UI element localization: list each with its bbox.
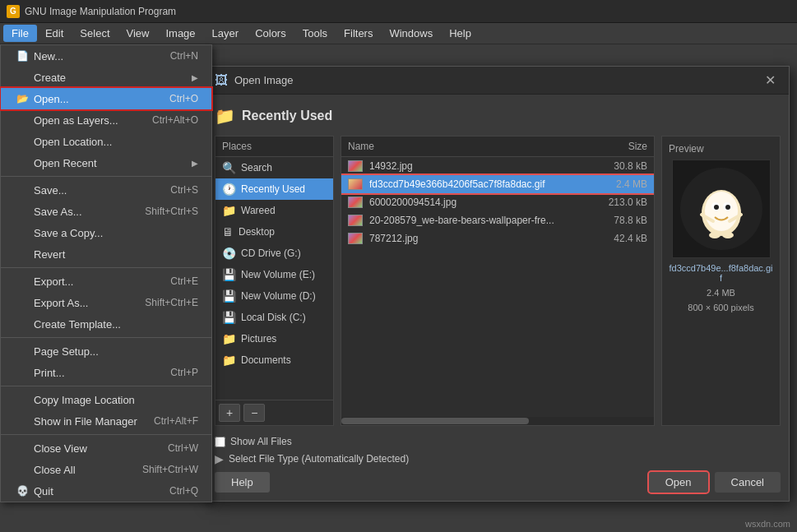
menu-item-export-as[interactable]: Export As... Shift+Ctrl+E [1,292,211,313]
menu-file[interactable]: File [3,25,37,42]
preview-filesize: 2.4 MB [707,288,735,298]
file-item-14932[interactable]: 14932.jpg 30.8 kB [341,157,654,175]
file-item-787212[interactable]: 787212.jpg 42.4 kB [341,229,654,247]
menu-item-close-view[interactable]: Close View Ctrl+W [1,437,211,459]
show-all-files-checkbox[interactable] [215,437,225,447]
recently-used-folder-icon: 📁 [215,106,235,126]
place-volume-d[interactable]: 💾 New Volume (D:) [215,285,333,307]
file-icon-787212 [348,233,363,244]
menu-image[interactable]: Image [157,25,203,42]
place-documents-label: Documents [241,354,291,366]
remove-place-button[interactable]: − [243,404,265,422]
file-manager-icon [14,414,30,428]
print-icon [14,366,30,379]
place-wareed-label: Wareed [241,205,276,216]
menu-item-revert[interactable]: Revert [1,243,211,265]
menu-item-export[interactable]: Export... Ctrl+E [1,271,211,292]
menu-item-open[interactable]: 📂 Open... Ctrl+O [1,88,211,109]
desktop-icon: 🖥 [222,225,234,238]
menu-select[interactable]: Select [72,25,118,42]
file-item-6000[interactable]: 6000200094514.jpg 213.0 kB [341,193,654,211]
menu-item-show-manager[interactable]: Show in File Manager Ctrl+Alt+F [1,410,211,432]
place-cd-drive[interactable]: 💿 CD Drive (G:) [215,243,333,264]
export-as-icon [14,296,30,309]
app-icon: G [7,5,20,18]
open-button[interactable]: Open [649,472,708,493]
cd-drive-icon: 💿 [222,247,236,260]
menu-item-open-as-layers[interactable]: Open as Layers... Ctrl+Alt+O [1,109,211,131]
file-name-787212: 787212.jpg [369,233,577,244]
file-size-6000: 213.0 kB [582,197,647,208]
dialog-options: Show All Files ▶ Select File Type (Autom… [215,433,781,465]
save-copy-icon [14,226,30,239]
menu-view[interactable]: View [118,25,158,42]
close-view-icon [14,442,30,455]
app-title: GNU Image Manipulation Program [25,6,176,17]
dialog-titlebar: 🖼 Open Image ✕ [206,67,789,95]
menu-item-quit[interactable]: 💀 Quit Ctrl+Q [1,480,211,502]
file-type-label: Select File Type (Automatically Detected… [229,453,409,465]
file-size-14932: 30.8 kB [582,160,647,172]
dialog-icon: 🖼 [215,73,228,88]
file-type-expand-icon[interactable]: ▶ [215,452,224,465]
menu-item-close-all[interactable]: Close All Shift+Ctrl+W [1,459,211,480]
pictures-icon: 📁 [222,332,236,345]
recently-used-title: Recently Used [242,109,332,123]
place-search[interactable]: 🔍 Search [215,157,333,178]
place-local-disk[interactable]: 💾 Local Disk (C:) [215,307,333,328]
menu-item-print[interactable]: Print... Ctrl+P [1,362,211,383]
close-all-icon [14,463,30,476]
file-item-gif[interactable]: fd3ccd7b49e366b4206f5ac7f8fa8dac.gif 2.4… [341,175,654,193]
place-volume-e-label: New Volume (E:) [241,269,315,280]
file-type-row: ▶ Select File Type (Automatically Detect… [215,452,781,465]
help-button[interactable]: Help [215,472,270,493]
menu-item-copy-location[interactable]: Copy Image Location [1,389,211,410]
place-wareed[interactable]: 📁 Wareed [215,200,333,221]
dialog-close-button[interactable]: ✕ [760,71,781,90]
menu-item-save-as[interactable]: Save As... Shift+Ctrl+S [1,201,211,222]
file-name-bears: 20-208579_we-bare-bears-wallpaper-fre... [369,215,577,226]
file-item-bears[interactable]: 20-208579_we-bare-bears-wallpaper-fre...… [341,211,654,229]
menu-colors[interactable]: Colors [247,25,294,42]
files-list[interactable]: 14932.jpg 30.8 kB fd3ccd7b49e366b4206f5a… [341,157,654,417]
place-recently-used[interactable]: 🕐 Recently Used [215,178,333,200]
file-name-6000: 6000200094514.jpg [369,197,577,208]
open-location-icon [14,135,30,148]
menu-item-create-template[interactable]: Create Template... [1,313,211,335]
place-pictures[interactable]: 📁 Pictures [215,328,333,349]
menu-item-new[interactable]: 📄 New... Ctrl+N [1,45,211,67]
menu-item-create[interactable]: Create ▶ [1,67,211,88]
menu-item-save-copy[interactable]: Save a Copy... [1,222,211,243]
menu-tools[interactable]: Tools [294,25,336,42]
menu-edit[interactable]: Edit [37,25,72,42]
file-icon-bears [348,215,363,226]
menu-item-save[interactable]: Save... Ctrl+S [1,179,211,201]
menu-layer[interactable]: Layer [204,25,248,42]
file-icon-6000 [348,197,363,208]
menu-item-page-setup[interactable]: Page Setup... [1,340,211,362]
menu-bar: File Edit Select View Image Layer Colors… [0,23,797,44]
search-place-icon: 🔍 [222,161,236,174]
menu-item-open-recent[interactable]: Open Recent ▶ [1,152,211,173]
add-place-button[interactable]: + [219,404,240,422]
menu-item-open-location[interactable]: Open Location... [1,131,211,152]
separator-5 [1,434,211,435]
open-icon: 📂 [14,92,30,105]
place-documents[interactable]: 📁 Documents [215,349,333,371]
recently-used-header: 📁 Recently Used [215,103,781,129]
menu-help[interactable]: Help [441,25,480,42]
menu-filters[interactable]: Filters [336,25,381,42]
place-volume-e[interactable]: 💾 New Volume (E:) [215,264,333,285]
place-desktop[interactable]: 🖥 Desktop [215,221,333,243]
file-browser: Places 🔍 Search 🕐 Recently Used 📁 Wareed… [215,136,781,426]
menu-windows[interactable]: Windows [381,25,441,42]
file-dropdown-menu: 📄 New... Ctrl+N Create ▶ 📂 Open... Ctrl+… [0,44,212,502]
cancel-button[interactable]: Cancel [715,472,781,493]
svg-point-3 [705,192,738,231]
preview-image [672,160,771,258]
open-layers-icon [14,113,30,127]
file-icon-gif [348,178,363,190]
files-horizontal-scrollbar[interactable] [341,417,654,425]
quit-icon: 💀 [14,484,30,497]
place-recently-used-label: Recently Used [241,183,305,195]
